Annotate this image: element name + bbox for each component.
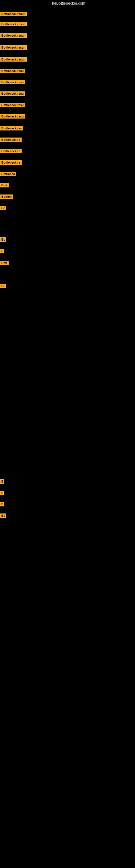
bottleneck-badge: Bott — [0, 183, 9, 187]
bottleneck-badge: Bottleneck resu — [0, 69, 25, 73]
bottleneck-badge: Bottleneck result — [0, 33, 27, 38]
bottleneck-badge: Bottlen — [0, 194, 13, 199]
bottleneck-badge: Bottleneck result — [0, 45, 27, 50]
bottleneck-badge: Bottleneck re — [0, 160, 21, 165]
bottleneck-badge: B — [0, 491, 4, 495]
bottleneck-badge: Bottleneck resu — [0, 80, 25, 84]
bottleneck-badge: Bottleneck result — [0, 22, 27, 26]
site-title: TheBottlenecker.com — [0, 0, 135, 6]
bottleneck-badge: Bottleneck resu — [0, 91, 25, 96]
bottleneck-badge: Bottleneck result — [0, 12, 27, 16]
bottleneck-badge: Bottleneck re — [0, 149, 21, 153]
bottleneck-badge: B — [0, 479, 4, 484]
bottleneck-badge: Bottleneck resu — [0, 114, 25, 119]
bottleneck-badge: Bo — [0, 284, 6, 288]
bottleneck-badge: Bo — [0, 206, 6, 210]
bottleneck-badge: B — [0, 502, 4, 506]
bottleneck-badge: B — [0, 249, 4, 253]
bottleneck-badge: Bottleneck re — [0, 137, 21, 142]
bottleneck-badge: Bott — [0, 261, 9, 265]
bottleneck-badge: Bottleneck result — [0, 57, 27, 62]
bottleneck-badge: Bottleneck res — [0, 126, 23, 130]
bottleneck-badge: Bottleneck resu — [0, 103, 25, 107]
bottleneck-badge: Bottlenec — [0, 172, 16, 176]
bottleneck-badge: Bo — [0, 237, 6, 242]
bottleneck-badge: Bo — [0, 514, 6, 518]
